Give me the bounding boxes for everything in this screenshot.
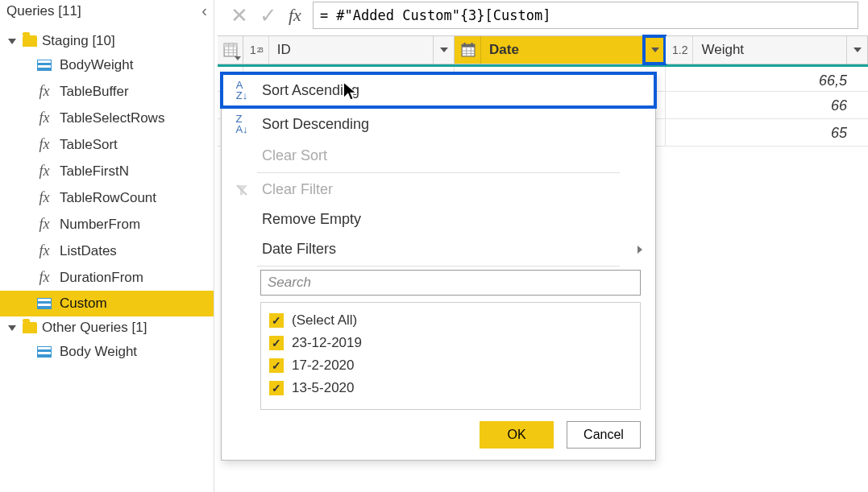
query-item-tablebuffer[interactable]: fx TableBuffer [0,78,214,105]
sort-descending-icon: ZA↓ [233,114,251,134]
folder-icon [23,322,37,333]
filter-value-item[interactable]: ✓ 17-2-2020 [269,354,632,377]
column-label: ID [269,42,433,58]
ok-button[interactable]: OK [480,421,554,449]
folder-label: Staging [10] [42,33,115,49]
menu-button-row: OK Cancel [222,410,655,449]
clear-filter-icon [233,184,251,196]
folder-staging[interactable]: Staging [10] [0,30,214,52]
column-type-date-icon[interactable] [455,36,481,64]
column-label: Weight [693,42,846,58]
filter-value-label: 13-5-2020 [292,380,355,396]
checkbox-checked-icon[interactable]: ✓ [269,313,284,328]
query-label: ListDates [60,243,117,259]
column-filter-dropdown-icon[interactable] [433,36,454,64]
menu-item-label: Sort Descending [262,116,369,133]
column-label: Date [481,42,644,58]
query-item-body-weight[interactable]: Body Weight [0,339,214,365]
column-filter-dropdown-icon[interactable] [846,36,867,64]
sort-descending-menu-item[interactable]: ZA↓ Sort Descending [222,107,655,141]
fx-icon: fx [37,110,52,126]
menu-item-label: Clear Filter [262,181,333,198]
clear-filter-menu-item: Clear Filter [222,175,655,205]
column-filter-menu: AZ↓ Sort Ascending ZA↓ Sort Descending C… [221,72,656,461]
column-header-date[interactable]: Date [455,36,666,64]
query-label: BodyWeight [60,57,133,73]
table-icon [37,60,52,71]
cell-weight: 66,5 [666,67,868,91]
query-label: TableSort [60,137,118,153]
query-label: TableBuffer [60,84,129,100]
query-item-bodyweight[interactable]: BodyWeight [0,52,214,78]
checkbox-checked-icon[interactable]: ✓ [269,358,284,373]
query-item-listdates[interactable]: fx ListDates [0,238,214,264]
folder-label: Other Queries [1] [42,320,147,336]
table-icon [37,346,52,358]
cell-weight: 66 [666,92,868,118]
query-label: NumberFrom [60,217,140,233]
table-icon [37,298,52,309]
menu-separator [257,172,620,173]
filter-value-item[interactable]: ✓ 13-5-2020 [269,377,632,399]
date-filters-menu-item[interactable]: Date Filters [222,234,655,264]
sidebar-header: Queries [11] ‹ [0,0,214,25]
column-header-weight[interactable]: 1.2 Weight [666,36,868,64]
svg-rect-1 [224,43,237,48]
menu-item-label: Clear Sort [262,147,327,164]
query-item-numberfrom[interactable]: fx NumberFrom [0,211,214,238]
query-item-custom[interactable]: Custom [0,291,214,316]
menu-item-label: Sort Ascending [262,82,359,99]
query-label: DurationFrom [60,270,143,286]
sort-ascending-menu-item[interactable]: AZ↓ Sort Ascending [222,73,655,107]
formula-commit-icon[interactable]: ✓ [260,3,277,28]
query-label: TableSelectRows [60,110,164,126]
column-type-whole-number-icon[interactable]: 123 [243,36,269,64]
table-options-dropdown-icon[interactable] [235,56,241,60]
checkbox-checked-icon[interactable]: ✓ [269,381,284,395]
sort-ascending-icon: AZ↓ [233,80,251,101]
collapse-sidebar-icon[interactable]: ‹ [201,2,207,20]
filter-search-input[interactable]: Search [260,270,641,296]
filter-values-list: ✓ (Select All) ✓ 23-12-2019 ✓ 17-2-2020 … [260,302,641,410]
fx-icon: fx [37,242,52,259]
remove-empty-menu-item[interactable]: Remove Empty [222,205,655,234]
submenu-arrow-icon [638,246,642,254]
fx-icon: fx [37,269,52,286]
query-label: TableFirstN [60,163,129,180]
column-header-id[interactable]: 123 ID [243,36,455,64]
menu-item-label: Remove Empty [262,211,361,228]
formula-fx-icon[interactable]: fx [289,5,301,26]
fx-icon: fx [37,136,52,153]
cell-weight: 65 [666,119,868,146]
expand-toggle-icon[interactable] [8,325,16,331]
menu-item-label: Date Filters [262,241,336,258]
filter-value-select-all[interactable]: ✓ (Select All) [269,309,632,332]
query-item-durationfrom[interactable]: fx DurationFrom [0,264,214,291]
menu-separator [257,266,620,267]
formula-input[interactable] [313,2,858,29]
query-label: Custom [60,296,107,312]
queries-tree: Staging [10] BodyWeight fx TableBuffer f… [0,25,214,365]
query-label: TableRowCount [60,190,156,206]
cancel-button[interactable]: Cancel [567,421,641,449]
formula-bar: ✕ ✓ fx [214,0,868,35]
fx-icon: fx [37,189,52,206]
query-item-tablefirstn[interactable]: fx TableFirstN [0,158,214,184]
select-all-corner[interactable] [218,36,243,64]
filter-value-label: (Select All) [292,312,357,329]
formula-cancel-icon[interactable]: ✕ [230,3,248,28]
column-filter-dropdown-icon[interactable] [644,36,665,64]
sidebar-title: Queries [11] [6,3,81,19]
query-item-tableselectrows[interactable]: fx TableSelectRows [0,105,214,131]
filter-value-label: 17-2-2020 [292,358,355,374]
expand-toggle-icon[interactable] [8,39,16,44]
checkbox-checked-icon[interactable]: ✓ [269,336,284,350]
clear-sort-menu-item: Clear Sort [222,141,655,171]
folder-other-queries[interactable]: Other Queries [1] [0,316,214,339]
query-item-tablesort[interactable]: fx TableSort [0,131,214,158]
filter-value-item[interactable]: ✓ 23-12-2019 [269,332,632,354]
folder-icon [23,35,37,47]
column-type-decimal-icon[interactable]: 1.2 [666,36,693,64]
fx-icon: fx [37,216,52,233]
query-item-tablerowcount[interactable]: fx TableRowCount [0,184,214,211]
